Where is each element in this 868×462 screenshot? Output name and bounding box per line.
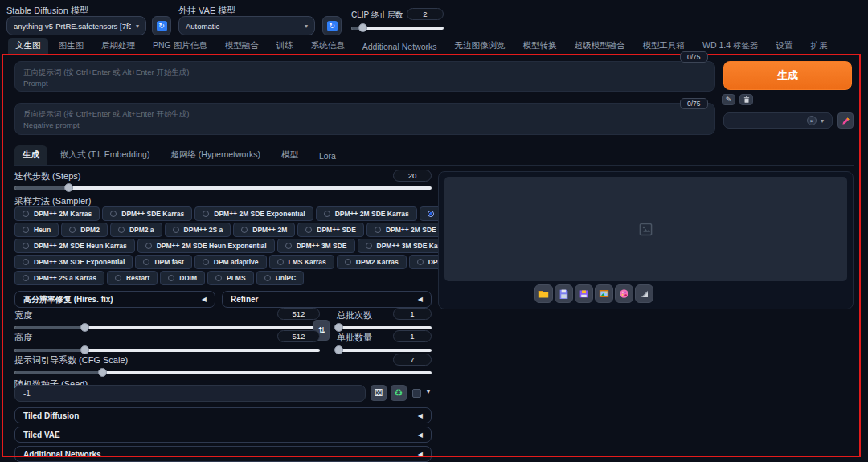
tab-Additional Networks[interactable]: Additional Networks (355, 39, 444, 54)
batch-size-value[interactable]: 1 (393, 330, 432, 342)
sampler-option-DPM++ 2M SDE Heun Karras[interactable]: DPM++ 2M SDE Heun Karras (14, 239, 135, 253)
negative-prompt-textarea[interactable]: 反向提示词 (按 Ctrl+Enter 或 Alt+Enter 开始生成) Ne… (14, 103, 715, 135)
sampler-option-DPM++ 3M SDE Exponential[interactable]: DPM++ 3M SDE Exponential (14, 255, 133, 269)
vae-dropdown[interactable]: Automatic ▾ (178, 16, 315, 35)
tab-PNG 图片信息[interactable]: PNG 图片信息 (145, 38, 215, 54)
radio-icon (285, 243, 292, 249)
sampler-option-DPM++ 2M SDE Exponential[interactable]: DPM++ 2M SDE Exponential (194, 206, 313, 221)
sampler-option-label: DPM fast (154, 258, 183, 266)
prompt-token-counter: 0/75 (680, 51, 708, 63)
reuse-seed-button[interactable]: ♻ (391, 385, 407, 401)
extra-seed-checkbox[interactable] (412, 389, 421, 398)
tab-无边图像浏览[interactable]: 无边图像浏览 (447, 38, 512, 54)
sampler-option-DPM2 Karras[interactable]: DPM2 Karras (337, 255, 407, 269)
generate-button[interactable]: 生成 (723, 61, 852, 90)
ruler-button[interactable] (635, 284, 653, 303)
steps-slider[interactable] (14, 182, 432, 193)
sampler-option-DPM++ 2M[interactable]: DPM++ 2M (233, 223, 295, 237)
batch-count-value[interactable]: 1 (393, 308, 432, 320)
styles-dropdown[interactable]: × ▾ (723, 112, 833, 129)
accordion-label: Tiled Diffusion (23, 411, 79, 420)
subtab-模型[interactable]: 模型 (273, 145, 306, 165)
sampler-option-DPM++ SDE Karras[interactable]: DPM++ SDE Karras (102, 206, 192, 221)
sampler-option-DPM++ 2M SDE Karras[interactable]: DPM++ 2M SDE Karras (316, 206, 417, 221)
refiner-accordion[interactable]: Refiner ◀ (222, 291, 432, 308)
recycle-icon: ♻ (395, 388, 403, 398)
subtab-Lora[interactable]: Lora (311, 147, 344, 165)
tab-扩展[interactable]: 扩展 (803, 38, 834, 54)
sampler-option-DPM++ 2M SDE Heun Exponential[interactable]: DPM++ 2M SDE Heun Exponential (137, 239, 275, 253)
radio-icon (305, 227, 312, 233)
subtab-嵌入式 (T.I. Embedding)[interactable]: 嵌入式 (T.I. Embedding) (52, 145, 158, 165)
cfg-label: 提示词引导系数 (CFG Scale) (14, 354, 128, 366)
archive-icon (579, 288, 589, 299)
radio-icon (417, 259, 424, 265)
height-value[interactable]: 512 (277, 330, 320, 342)
tab-超级模型融合[interactable]: 超级模型融合 (567, 38, 632, 54)
sampler-option-PLMS[interactable]: PLMS (207, 271, 254, 285)
tab-训练[interactable]: 训练 (269, 38, 301, 54)
sampler-option-DPM adaptive[interactable]: DPM adaptive (194, 255, 267, 269)
hires-fix-accordion[interactable]: 高分辨率修复 (Hires. fix) ◀ (14, 291, 215, 308)
random-seed-button[interactable]: ⚄ (371, 385, 387, 401)
accordion-additional-networks[interactable]: Additional Networks◀ (14, 446, 432, 462)
sampler-option-UniPC[interactable]: UniPC (256, 271, 305, 285)
sampler-option-Restart[interactable]: Restart (107, 271, 158, 285)
save-button[interactable] (555, 284, 573, 303)
sampler-option-DPM++ 2S a[interactable]: DPM++ 2S a (165, 223, 231, 237)
accordion-tiled-diffusion[interactable]: Tiled Diffusion◀ (14, 407, 432, 423)
sub-tab-bar: 生成嵌入式 (T.I. Embedding)超网络 (Hypernetworks… (14, 145, 854, 166)
clear-prompt-button[interactable] (739, 94, 753, 105)
steps-value[interactable]: 20 (393, 170, 432, 182)
tab-系统信息[interactable]: 系统信息 (304, 38, 352, 54)
tab-模型转换[interactable]: 模型转换 (515, 38, 563, 54)
palette-button[interactable] (615, 284, 633, 303)
radio-icon (428, 211, 434, 217)
radio-icon (168, 275, 174, 281)
tab-图生图[interactable]: 图生图 (51, 38, 92, 54)
subtab-超网络 (Hypernetworks)[interactable]: 超网络 (Hypernetworks) (162, 145, 268, 165)
refresh-sd-model-button[interactable]: ↻ (152, 16, 171, 35)
sampler-option-DPM++ 3M SDE[interactable]: DPM++ 3M SDE (277, 239, 355, 253)
sampler-option-DPM2[interactable]: DPM2 (61, 223, 108, 237)
radio-icon (203, 211, 209, 217)
seed-input[interactable]: -1 (14, 385, 366, 402)
archive-button[interactable] (575, 284, 593, 303)
clip-skip-value[interactable]: 2 (407, 8, 444, 20)
sampler-option-Heun[interactable]: Heun (14, 223, 59, 237)
tab-模型融合[interactable]: 模型融合 (218, 38, 266, 54)
accordion-tiled-vae[interactable]: Tiled VAE◀ (14, 427, 432, 443)
paste-params-button[interactable]: ✎ (722, 94, 735, 105)
clear-styles-icon[interactable]: × (807, 116, 817, 125)
image-button[interactable] (595, 284, 613, 303)
subtab-生成[interactable]: 生成 (14, 145, 47, 165)
refresh-vae-button[interactable]: ↻ (322, 16, 342, 35)
cfg-value[interactable]: 7 (393, 354, 432, 366)
tab-后期处理[interactable]: 后期处理 (94, 38, 142, 54)
hires-fix-label: 高分辨率修复 (Hires. fix) (23, 294, 113, 305)
sampler-option-DPM++ 2S a Karras[interactable]: DPM++ 2S a Karras (14, 271, 104, 285)
clip-skip-slider[interactable] (351, 22, 444, 33)
sampler-option-DPM fast[interactable]: DPM fast (135, 255, 191, 269)
sd-model-dropdown[interactable]: anything-v5-PrtRE.safetensors [7f96a1a9c… (6, 16, 146, 35)
width-value[interactable]: 512 (277, 308, 320, 320)
dice-icon: ⚄ (375, 388, 383, 398)
folder-button[interactable] (534, 284, 553, 303)
radio-icon (277, 259, 284, 265)
sampler-option-DPM++ 2M SDE[interactable]: DPM++ 2M SDE (366, 223, 444, 237)
radio-icon (264, 275, 271, 281)
sampler-option-LMS Karras[interactable]: LMS Karras (269, 255, 334, 269)
sampler-option-DPM++ 2M Karras[interactable]: DPM++ 2M Karras (14, 206, 100, 221)
negative-prompt-token-counter: 0/75 (680, 98, 708, 109)
sampler-option-DDIM[interactable]: DDIM (160, 271, 205, 285)
sampler-option-DPM++ SDE[interactable]: DPM++ SDE (297, 223, 364, 237)
tab-文生图[interactable]: 文生图 (8, 38, 48, 54)
tab-设置[interactable]: 设置 (768, 38, 800, 54)
width-slider[interactable] (14, 322, 320, 333)
prompt-textarea[interactable]: 正向提示词 (按 Ctrl+Enter 或 Alt+Enter 开始生成) Pr… (14, 61, 715, 92)
edit-styles-button[interactable] (837, 112, 854, 129)
cfg-slider[interactable] (14, 367, 432, 378)
radio-icon (145, 243, 152, 249)
sampler-option-DPM2 a[interactable]: DPM2 a (110, 223, 162, 237)
result-gallery[interactable] (444, 177, 847, 281)
